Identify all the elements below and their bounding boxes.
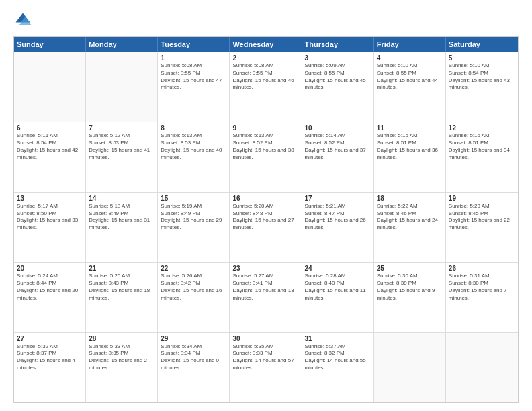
calendar-cell: 25Sunrise: 5:30 AM Sunset: 8:39 PM Dayli… — [374, 263, 446, 332]
calendar-row: 13Sunrise: 5:17 AM Sunset: 8:50 PM Dayli… — [14, 192, 518, 262]
day-number: 19 — [449, 195, 515, 202]
calendar-cell: 22Sunrise: 5:26 AM Sunset: 8:42 PM Dayli… — [158, 263, 230, 332]
day-number: 30 — [232, 335, 298, 342]
cell-details: Sunrise: 5:30 AM Sunset: 8:39 PM Dayligh… — [377, 273, 443, 302]
cell-details: Sunrise: 5:12 AM Sunset: 8:53 PM Dayligh… — [89, 132, 154, 161]
calendar-cell: 20Sunrise: 5:24 AM Sunset: 8:44 PM Dayli… — [14, 263, 86, 332]
calendar-cell — [86, 52, 158, 122]
calendar-header-cell: Friday — [374, 37, 446, 52]
day-number: 15 — [161, 195, 226, 202]
day-number: 31 — [305, 335, 371, 342]
calendar-header-cell: Thursday — [302, 37, 374, 52]
cell-details: Sunrise: 5:37 AM Sunset: 8:32 PM Dayligh… — [305, 343, 371, 372]
logo-icon — [13, 11, 32, 30]
cell-details: Sunrise: 5:15 AM Sunset: 8:51 PM Dayligh… — [377, 132, 443, 161]
calendar-cell: 24Sunrise: 5:28 AM Sunset: 8:40 PM Dayli… — [302, 263, 374, 332]
cell-details: Sunrise: 5:26 AM Sunset: 8:42 PM Dayligh… — [161, 273, 226, 302]
day-number: 18 — [377, 195, 443, 202]
calendar-cell: 2Sunrise: 5:08 AM Sunset: 8:55 PM Daylig… — [230, 52, 302, 122]
cell-details: Sunrise: 5:08 AM Sunset: 8:55 PM Dayligh… — [232, 62, 298, 91]
day-number: 21 — [89, 265, 154, 272]
cell-details: Sunrise: 5:21 AM Sunset: 8:47 PM Dayligh… — [305, 203, 371, 232]
day-number: 6 — [17, 124, 83, 132]
cell-details: Sunrise: 5:25 AM Sunset: 8:43 PM Dayligh… — [89, 273, 154, 302]
calendar-cell: 21Sunrise: 5:25 AM Sunset: 8:43 PM Dayli… — [86, 263, 158, 332]
cell-details: Sunrise: 5:33 AM Sunset: 8:35 PM Dayligh… — [89, 343, 154, 372]
cell-details: Sunrise: 5:28 AM Sunset: 8:40 PM Dayligh… — [305, 273, 371, 302]
calendar-cell: 14Sunrise: 5:18 AM Sunset: 8:49 PM Dayli… — [86, 193, 158, 262]
day-number: 3 — [305, 54, 371, 62]
logo — [13, 11, 35, 30]
cell-details: Sunrise: 5:08 AM Sunset: 8:55 PM Dayligh… — [161, 62, 226, 91]
day-number: 17 — [305, 195, 371, 202]
calendar-cell: 28Sunrise: 5:33 AM Sunset: 8:35 PM Dayli… — [86, 333, 158, 402]
calendar-cell: 29Sunrise: 5:34 AM Sunset: 8:34 PM Dayli… — [158, 333, 230, 402]
calendar-cell — [446, 333, 518, 402]
calendar-header: SundayMondayTuesdayWednesdayThursdayFrid… — [14, 37, 518, 52]
day-number: 4 — [377, 54, 443, 62]
cell-details: Sunrise: 5:32 AM Sunset: 8:37 PM Dayligh… — [17, 343, 83, 372]
day-number: 10 — [305, 124, 371, 132]
calendar-cell: 6Sunrise: 5:11 AM Sunset: 8:54 PM Daylig… — [14, 122, 86, 191]
day-number: 22 — [161, 265, 226, 272]
calendar: SundayMondayTuesdayWednesdayThursdayFrid… — [13, 36, 519, 403]
day-number: 8 — [161, 124, 226, 132]
header — [13, 11, 519, 30]
calendar-cell: 15Sunrise: 5:19 AM Sunset: 8:49 PM Dayli… — [158, 193, 230, 262]
calendar-cell: 12Sunrise: 5:16 AM Sunset: 8:51 PM Dayli… — [446, 122, 518, 191]
cell-details: Sunrise: 5:13 AM Sunset: 8:53 PM Dayligh… — [161, 132, 226, 161]
day-number: 2 — [232, 54, 298, 62]
calendar-cell: 27Sunrise: 5:32 AM Sunset: 8:37 PM Dayli… — [14, 333, 86, 402]
calendar-row: 6Sunrise: 5:11 AM Sunset: 8:54 PM Daylig… — [14, 122, 518, 191]
cell-details: Sunrise: 5:20 AM Sunset: 8:48 PM Dayligh… — [232, 203, 298, 232]
calendar-header-cell: Tuesday — [158, 37, 230, 52]
calendar-header-cell: Sunday — [14, 37, 86, 52]
day-number: 13 — [17, 195, 83, 202]
calendar-cell — [374, 333, 446, 402]
cell-details: Sunrise: 5:13 AM Sunset: 8:52 PM Dayligh… — [232, 132, 298, 161]
calendar-cell: 23Sunrise: 5:27 AM Sunset: 8:41 PM Dayli… — [230, 263, 302, 332]
cell-details: Sunrise: 5:10 AM Sunset: 8:55 PM Dayligh… — [377, 62, 443, 91]
calendar-cell: 1Sunrise: 5:08 AM Sunset: 8:55 PM Daylig… — [158, 52, 230, 122]
day-number: 16 — [232, 195, 298, 202]
day-number: 9 — [232, 124, 298, 132]
cell-details: Sunrise: 5:27 AM Sunset: 8:41 PM Dayligh… — [232, 273, 298, 302]
day-number: 24 — [305, 265, 371, 272]
cell-details: Sunrise: 5:16 AM Sunset: 8:51 PM Dayligh… — [449, 132, 515, 161]
calendar-cell: 11Sunrise: 5:15 AM Sunset: 8:51 PM Dayli… — [374, 122, 446, 191]
cell-details: Sunrise: 5:34 AM Sunset: 8:34 PM Dayligh… — [161, 343, 226, 372]
calendar-header-cell: Monday — [86, 37, 158, 52]
day-number: 14 — [89, 195, 154, 202]
calendar-cell: 5Sunrise: 5:10 AM Sunset: 8:54 PM Daylig… — [446, 52, 518, 122]
calendar-cell — [14, 52, 86, 122]
calendar-row: 1Sunrise: 5:08 AM Sunset: 8:55 PM Daylig… — [14, 52, 518, 122]
day-number: 12 — [449, 124, 515, 132]
calendar-cell: 10Sunrise: 5:14 AM Sunset: 8:52 PM Dayli… — [302, 122, 374, 191]
day-number: 5 — [449, 54, 515, 62]
cell-details: Sunrise: 5:09 AM Sunset: 8:55 PM Dayligh… — [305, 62, 371, 91]
calendar-cell: 17Sunrise: 5:21 AM Sunset: 8:47 PM Dayli… — [302, 193, 374, 262]
calendar-cell: 3Sunrise: 5:09 AM Sunset: 8:55 PM Daylig… — [302, 52, 374, 122]
day-number: 11 — [377, 124, 443, 132]
day-number: 29 — [161, 335, 226, 342]
day-number: 20 — [17, 265, 83, 272]
cell-details: Sunrise: 5:14 AM Sunset: 8:52 PM Dayligh… — [305, 132, 371, 161]
calendar-cell: 26Sunrise: 5:31 AM Sunset: 8:38 PM Dayli… — [446, 263, 518, 332]
calendar-cell: 31Sunrise: 5:37 AM Sunset: 8:32 PM Dayli… — [302, 333, 374, 402]
cell-details: Sunrise: 5:35 AM Sunset: 8:33 PM Dayligh… — [232, 343, 298, 372]
calendar-cell: 4Sunrise: 5:10 AM Sunset: 8:55 PM Daylig… — [374, 52, 446, 122]
calendar-cell: 13Sunrise: 5:17 AM Sunset: 8:50 PM Dayli… — [14, 193, 86, 262]
calendar-cell: 30Sunrise: 5:35 AM Sunset: 8:33 PM Dayli… — [230, 333, 302, 402]
day-number: 25 — [377, 265, 443, 272]
day-number: 26 — [449, 265, 515, 272]
cell-details: Sunrise: 5:19 AM Sunset: 8:49 PM Dayligh… — [161, 203, 226, 232]
day-number: 27 — [17, 335, 83, 342]
calendar-cell: 8Sunrise: 5:13 AM Sunset: 8:53 PM Daylig… — [158, 122, 230, 191]
calendar-cell: 18Sunrise: 5:22 AM Sunset: 8:46 PM Dayli… — [374, 193, 446, 262]
cell-details: Sunrise: 5:18 AM Sunset: 8:49 PM Dayligh… — [89, 203, 154, 232]
day-number: 28 — [89, 335, 154, 342]
cell-details: Sunrise: 5:31 AM Sunset: 8:38 PM Dayligh… — [449, 273, 515, 302]
cell-details: Sunrise: 5:11 AM Sunset: 8:54 PM Dayligh… — [17, 132, 83, 161]
cell-details: Sunrise: 5:10 AM Sunset: 8:54 PM Dayligh… — [449, 62, 515, 91]
calendar-body: 1Sunrise: 5:08 AM Sunset: 8:55 PM Daylig… — [14, 52, 518, 402]
